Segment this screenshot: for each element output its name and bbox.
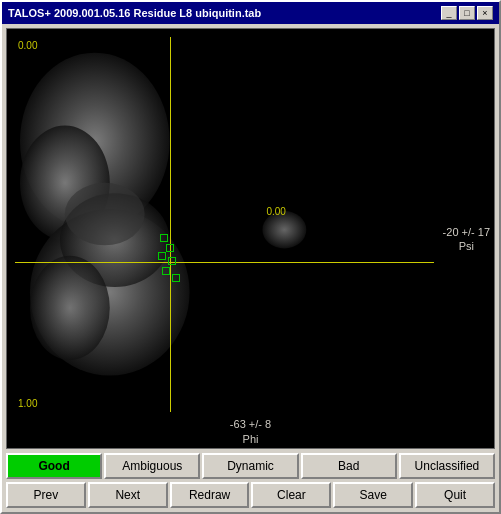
ramachandran-plot: [15, 37, 434, 412]
close-button[interactable]: ×: [477, 6, 493, 20]
navigation-buttons: Prev Next Redraw Clear Save Quit: [6, 482, 495, 508]
svg-point-6: [65, 183, 145, 246]
x-axis-unit: Phi: [243, 433, 259, 445]
marker-2: [166, 244, 174, 252]
small-blob-label: 0.00: [266, 206, 285, 217]
maximize-button[interactable]: □: [459, 6, 475, 20]
unclassified-button[interactable]: Unclassified: [399, 453, 495, 479]
x-axis-value: -63 +/- 8: [230, 418, 271, 430]
main-window: TALOS+ 2009.001.05.16 Residue L8 ubiquit…: [0, 0, 501, 514]
plot-top-left-label: 0.00: [18, 40, 37, 51]
redraw-button[interactable]: Redraw: [170, 482, 250, 508]
save-button[interactable]: Save: [333, 482, 413, 508]
plot-bottom-left-label: 1.00: [18, 398, 37, 409]
next-button[interactable]: Next: [88, 482, 168, 508]
bad-button[interactable]: Bad: [301, 453, 397, 479]
marker-5: [162, 267, 170, 275]
marker-6: [172, 274, 180, 282]
marker-1: [160, 234, 168, 242]
toolbar: Good Ambiguous Dynamic Bad Unclassified …: [6, 453, 495, 508]
crosshair-vertical: [170, 37, 171, 412]
marker-3: [158, 252, 166, 260]
main-content: 0.00 1.00 0.00 -20 +/- 17 Psi -6: [2, 24, 499, 512]
crosshair-horizontal: [15, 262, 434, 263]
good-button[interactable]: Good: [6, 453, 102, 479]
y-axis-label: -20 +/- 17 Psi: [443, 224, 490, 253]
ambiguous-button[interactable]: Ambiguous: [104, 453, 200, 479]
x-axis-label: -63 +/- 8 Phi: [230, 417, 271, 446]
plot-area: 0.00 1.00 0.00: [15, 37, 434, 412]
classification-buttons: Good Ambiguous Dynamic Bad Unclassified: [6, 453, 495, 479]
window-controls: _ □ ×: [441, 6, 493, 20]
quit-button[interactable]: Quit: [415, 482, 495, 508]
minimize-button[interactable]: _: [441, 6, 457, 20]
title-bar: TALOS+ 2009.001.05.16 Residue L8 ubiquit…: [2, 2, 499, 24]
plot-container: 0.00 1.00 0.00 -20 +/- 17 Psi -6: [6, 28, 495, 449]
window-title: TALOS+ 2009.001.05.16 Residue L8 ubiquit…: [8, 7, 261, 19]
dynamic-button[interactable]: Dynamic: [202, 453, 298, 479]
y-axis-value: -20 +/- 17: [443, 225, 490, 237]
svg-point-4: [30, 256, 110, 360]
marker-4: [168, 257, 176, 265]
clear-button[interactable]: Clear: [251, 482, 331, 508]
y-axis-unit: Psi: [459, 240, 474, 252]
prev-button[interactable]: Prev: [6, 482, 86, 508]
